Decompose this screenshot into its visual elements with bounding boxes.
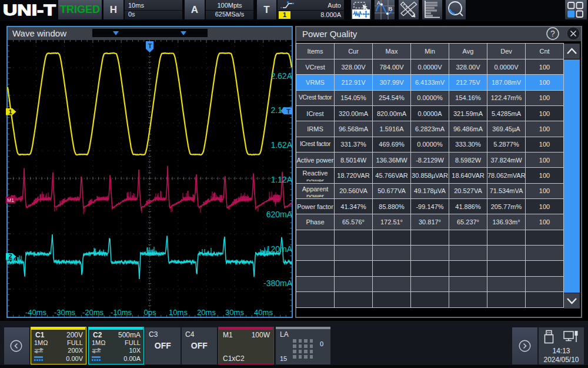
svg-text:A: A	[377, 0, 381, 6]
svg-text:T: T	[286, 108, 290, 115]
svg-text:1.12A: 1.12A	[270, 175, 292, 184]
svg-text:T: T	[148, 42, 152, 49]
svg-text:?: ?	[550, 29, 555, 38]
svg-text:1.62A: 1.62A	[270, 140, 292, 150]
svg-text:-40ms: -40ms	[25, 308, 47, 317]
svg-text:B: B	[389, 5, 393, 12]
svg-text:M1: M1	[7, 197, 14, 203]
svg-text:-380mA: -380mA	[263, 279, 293, 288]
svg-text:-20ms: -20ms	[82, 308, 104, 317]
svg-text:20ms: 20ms	[197, 308, 216, 317]
svg-text:40ms: 40ms	[254, 308, 273, 317]
svg-text:-30ms: -30ms	[54, 308, 76, 317]
svg-text:10ms: 10ms	[169, 308, 188, 317]
svg-text:1: 1	[8, 108, 12, 115]
svg-text:2.62A: 2.62A	[270, 71, 292, 81]
svg-text:0ps: 0ps	[144, 308, 156, 317]
svg-text:120mA: 120mA	[266, 244, 293, 254]
svg-text:30ms: 30ms	[225, 308, 244, 317]
svg-text:620mA: 620mA	[266, 210, 293, 219]
svg-text:-10ms: -10ms	[111, 308, 132, 317]
